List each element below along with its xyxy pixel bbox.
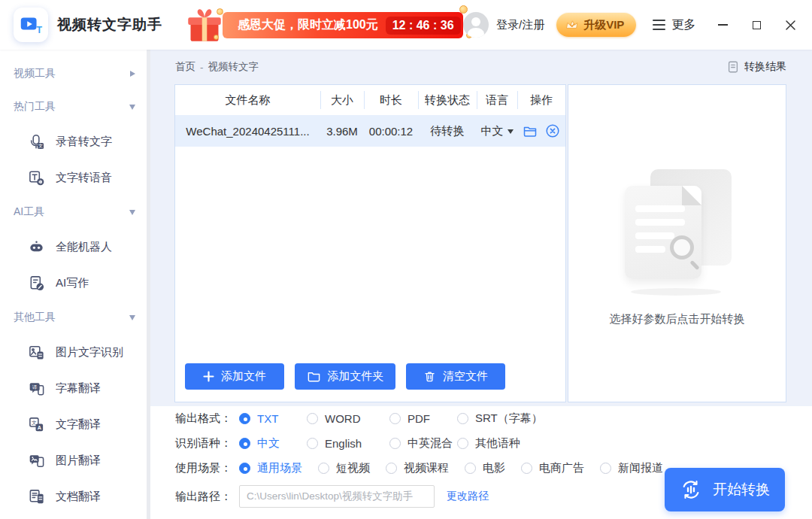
start-convert-button[interactable]: 开始转换: [665, 468, 785, 511]
radio-label: 电影: [483, 461, 505, 475]
remove-file-icon[interactable]: [545, 123, 560, 138]
convert-icon: [680, 478, 702, 501]
sidebar-item-label: 字幕翻译: [56, 381, 101, 396]
minimize-button[interactable]: [717, 17, 729, 32]
subtitle-translate-icon: 译: [27, 379, 45, 397]
sidebar-item-subtitle-translate[interactable]: 译 字幕翻译: [0, 370, 150, 406]
sidebar-item-text-to-speech[interactable]: 文字转语音: [0, 159, 150, 196]
radio-lang-english[interactable]: English: [307, 437, 389, 450]
radio-format-srt[interactable]: SRT（字幕）: [457, 411, 543, 426]
more-menu-icon[interactable]: [653, 20, 665, 30]
radio-label: 视频课程: [404, 461, 449, 475]
close-icon: [785, 20, 796, 31]
radio-label: 中文: [257, 436, 280, 451]
breadcrumb: 首页 - 视频转文字: [175, 60, 259, 74]
sidebar-section-other-tools[interactable]: 其他工具: [0, 301, 150, 334]
result-label: 转换结果: [744, 60, 786, 74]
radio-scene-ecommerce-ad[interactable]: 电商广告: [521, 461, 584, 475]
radio-scene-video-course[interactable]: 视频课程: [386, 461, 449, 475]
conversion-result-button[interactable]: 转换结果: [726, 60, 786, 74]
radio-format-txt[interactable]: TXT: [239, 412, 307, 425]
result-panel: 选择好参数后点击开始转换: [568, 84, 786, 402]
chevron-right-icon: [130, 71, 135, 77]
minimize-icon: [718, 24, 728, 26]
sidebar-item-audio-to-text[interactable]: 文 录音转文字: [0, 123, 150, 159]
radio-icon: [239, 463, 250, 474]
change-path-link[interactable]: 更改路径: [447, 490, 489, 503]
add-folder-label: 添加文件夹: [328, 369, 384, 384]
coin-icon: [214, 35, 219, 40]
sidebar-section-ai-tools[interactable]: AI工具: [0, 196, 150, 229]
add-folder-button[interactable]: 添加文件夹: [295, 363, 395, 390]
radio-format-word[interactable]: WORD: [307, 412, 389, 425]
app-title: 视频转文字助手: [57, 15, 162, 35]
sidebar-section-hot-tools[interactable]: 热门工具: [0, 90, 150, 123]
row-operations: [517, 123, 565, 138]
more-label[interactable]: 更多: [671, 17, 695, 33]
text-translate-icon: 文 A: [27, 415, 45, 433]
sidebar-item-label: 图片翻译: [56, 454, 101, 468]
file-duration-cell: 00:00:12: [364, 125, 418, 138]
settings-form: 输出格式： TXT WORD PDF SRT（字幕） 识别语种： 中文 Engl…: [150, 406, 812, 519]
crown-icon: [564, 17, 580, 33]
radio-scene-movie[interactable]: 电影: [465, 461, 505, 475]
sidebar-item-image-ocr[interactable]: 图片文字识别: [0, 334, 150, 370]
sidebar-item-document-translate[interactable]: 文档翻译: [0, 478, 150, 514]
breadcrumb-row: 首页 - 视频转文字 转换结果: [150, 50, 812, 84]
radio-scene-news[interactable]: 新闻报道: [600, 461, 663, 475]
file-name-cell: WeChat_20240425111...: [175, 125, 320, 138]
radio-label: TXT: [257, 412, 278, 425]
login-register-link[interactable]: 登录/注册: [496, 18, 544, 32]
add-file-label: 添加文件: [221, 369, 266, 384]
table-header: 文件名称 大小 时长 转换状态 语言 操作: [175, 85, 565, 115]
add-file-button[interactable]: 添加文件: [185, 363, 284, 390]
close-button[interactable]: [784, 17, 797, 32]
output-path-input[interactable]: [239, 485, 435, 508]
output-format-row: 输出格式： TXT WORD PDF SRT（字幕）: [175, 406, 812, 431]
promo-text: 感恩大促，限时立减100元: [238, 17, 378, 33]
svg-text:T: T: [37, 25, 43, 35]
avatar[interactable]: [463, 12, 489, 38]
chevron-down-icon: [129, 105, 135, 110]
open-folder-icon[interactable]: [523, 123, 538, 138]
radio-scene-general[interactable]: 通用场景: [239, 461, 302, 475]
text-to-speech-icon: [27, 168, 45, 187]
sidebar-item-ai-robot[interactable]: 全能机器人: [0, 229, 150, 265]
content-panels: 文件名称 大小 时长 转换状态 语言 操作 WeChat_20240425111…: [174, 84, 786, 402]
vip-label: 升级VIP: [583, 18, 624, 32]
result-doc-icon: [726, 60, 740, 74]
recognition-language-row: 识别语种： 中文 English 中英混合 其他语种: [175, 431, 812, 456]
magnifier-icon: [670, 235, 700, 266]
table-row[interactable]: WeChat_20240425111... 3.96M 00:00:12 待转换…: [175, 115, 565, 147]
sidebar-item-ai-writing[interactable]: AI写作: [0, 265, 150, 301]
upgrade-vip-button[interactable]: 升级VIP: [556, 13, 636, 37]
sidebar-section-video-tools[interactable]: 视频工具: [0, 57, 150, 90]
radio-format-pdf[interactable]: PDF: [389, 412, 457, 425]
clear-files-button[interactable]: 清空文件: [406, 363, 505, 390]
sidebar-item-image-translate[interactable]: 图片翻译: [0, 442, 150, 478]
radio-icon: [307, 438, 318, 449]
radio-icon: [521, 463, 532, 474]
recognition-language-label: 识别语种：: [175, 436, 239, 451]
app-window: T 视频转文字助手 感恩大促，限时立减100元 12 : 46 : 36 登录/: [0, 0, 812, 519]
robot-icon: [27, 238, 45, 256]
result-placeholder-text: 选择好参数后点击开始转换: [610, 312, 745, 326]
ocr-icon: [27, 343, 45, 361]
promo-banner[interactable]: 感恩大促，限时立减100元 12 : 46 : 36: [183, 8, 463, 41]
maximize-button[interactable]: [750, 17, 763, 32]
coin-icon: [459, 5, 468, 14]
language-dropdown[interactable]: 中文: [477, 124, 517, 138]
caret-down-icon: [508, 129, 514, 134]
radio-icon: [600, 463, 611, 474]
radio-lang-other[interactable]: 其他语种: [457, 436, 520, 451]
ai-writing-icon: [27, 274, 45, 292]
topbar: T 视频转文字助手 感恩大促，限时立减100元 12 : 46 : 36 登录/: [0, 0, 812, 50]
radio-scene-short-video[interactable]: 短视频: [318, 461, 370, 475]
radio-lang-mixed[interactable]: 中英混合: [389, 436, 457, 451]
sidebar-item-text-translate[interactable]: 文 A 文字翻译: [0, 406, 150, 442]
breadcrumb-home[interactable]: 首页: [175, 60, 195, 74]
svg-text:译: 译: [32, 384, 37, 390]
radio-lang-chinese[interactable]: 中文: [239, 436, 307, 451]
column-header-language: 语言: [477, 85, 517, 115]
svg-text:A: A: [37, 424, 41, 430]
